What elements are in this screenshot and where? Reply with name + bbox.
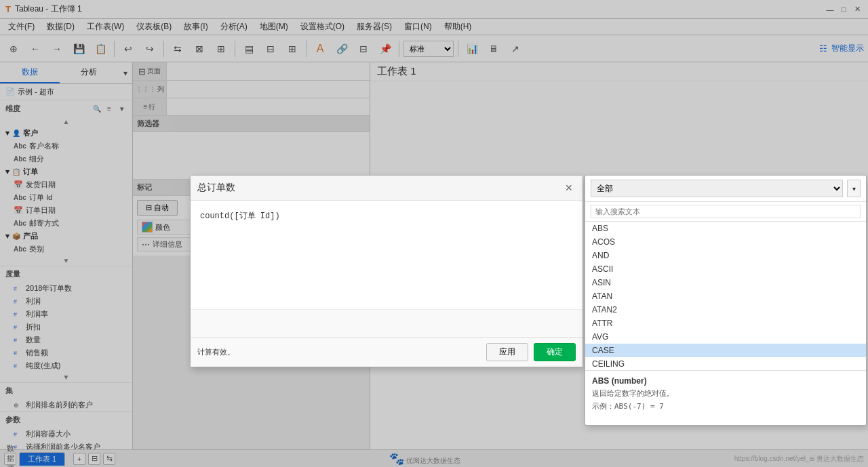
dialog-help-area [191,310,583,337]
func-avg[interactable]: AVG [585,330,866,344]
func-dropdown-btn[interactable]: ▾ [847,180,861,197]
func-and[interactable]: AND [585,249,866,262]
func-asin[interactable]: ASIN [585,276,866,289]
func-list: ABS ACOS AND ASCII ASIN ATAN ATAN2 ATTR … [585,222,866,371]
calc-dialog: ✕ countd([订单 Id]) 计算有效。 应用 确定 [190,175,583,367]
func-category-select[interactable]: 全部 数字 字符串 日期 类型转换 逻辑 聚合 [591,180,843,197]
func-case[interactable]: CASE [585,344,866,357]
func-desc-example: 示例：ABS(-7) = 7 [592,401,859,411]
func-desc-text: 返回给定数字的绝对值。 [592,388,859,399]
dialog-close-btn[interactable]: ✕ [562,181,576,195]
dialog-title-input[interactable] [197,182,562,193]
func-abs[interactable]: ABS [585,222,866,235]
dialog-apply-btn[interactable]: 应用 [486,343,528,361]
func-ceiling[interactable]: CEILING [585,357,866,371]
func-search-input[interactable] [591,205,861,218]
func-desc-title: ABS (number) [592,376,859,386]
dialog-code-editor[interactable]: countd([订单 Id]) [197,207,576,289]
func-panel-header: 全部 数字 字符串 日期 类型转换 逻辑 聚合 ▾ [585,176,866,202]
func-desc: ABS (number) 返回给定数字的绝对值。 示例：ABS(-7) = 7 [585,371,866,425]
func-ascii[interactable]: ASCII [585,262,866,276]
func-atan[interactable]: ATAN [585,289,866,303]
func-panel: 全部 数字 字符串 日期 类型转换 逻辑 聚合 ▾ ABS ACOS AND A… [585,175,867,426]
func-search-container [585,202,866,222]
func-attr[interactable]: ATTR [585,317,866,330]
dialog-ok-btn[interactable]: 确定 [534,343,576,361]
dialog-status: 计算有效。 [197,347,481,357]
func-atan2[interactable]: ATAN2 [585,303,866,317]
dialog-footer: 计算有效。 应用 确定 [191,337,583,367]
dialog-header: ✕ [191,176,583,201]
dialog-body[interactable]: countd([订单 Id]) [191,201,583,309]
modal-overlay: ✕ countd([订单 Id]) 计算有效。 应用 确定 全部 数字 字符串 … [0,0,868,467]
func-acos[interactable]: ACOS [585,235,866,249]
